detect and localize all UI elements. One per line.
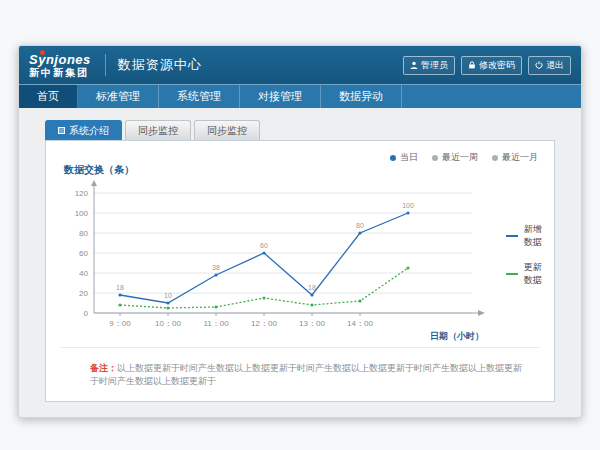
line-chart: 0204060801001209：0010：0011：0012：0013：001…	[60, 179, 500, 345]
logout-button[interactable]: 退出	[528, 56, 571, 75]
svg-text:9：00: 9：00	[109, 319, 131, 328]
remark-label: 备注：	[90, 363, 117, 373]
tab-bar: 系统介绍 同步监控 同步监控	[45, 120, 555, 140]
content-area: 系统介绍 同步监控 同步监控 当日 最近一周	[19, 108, 581, 402]
y-axis-title: 数据交换（条）	[64, 163, 540, 177]
svg-text:40: 40	[79, 269, 88, 278]
svg-text:日期（小时）: 日期（小时）	[430, 331, 484, 341]
range-today[interactable]: 当日	[390, 151, 418, 164]
change-password-button-label: 修改密码	[479, 59, 515, 72]
svg-text:120: 120	[75, 189, 89, 198]
solid-line-icon	[506, 235, 518, 237]
logo-brand: Synjones	[29, 53, 91, 66]
tab-sync-monitor-1[interactable]: 同步监控	[125, 120, 191, 140]
chart-panel: 当日 最近一周 最近一月 数据交换（条） 0204060801001209：00…	[45, 140, 555, 402]
svg-text:18: 18	[308, 284, 316, 291]
header-actions: 管理员 修改密码 退出	[403, 56, 571, 75]
svg-text:14：00: 14：00	[347, 319, 373, 328]
logo: Synjones 新中新集团	[29, 53, 91, 78]
svg-text:10: 10	[164, 292, 172, 299]
series-legend: 新增数据 更新数据	[506, 179, 543, 345]
tab-sync-monitor-2[interactable]: 同步监控	[194, 120, 260, 140]
nav-item-connect-mgmt[interactable]: 对接管理	[240, 85, 321, 108]
user-icon	[410, 61, 418, 69]
svg-text:60: 60	[260, 242, 268, 249]
range-label: 当日	[400, 151, 418, 164]
nav-item-system-mgmt[interactable]: 系统管理	[159, 85, 240, 108]
nav-item-standard-mgmt[interactable]: 标准管理	[78, 85, 159, 108]
logo-dot-icon	[40, 50, 45, 55]
svg-text:11：00: 11：00	[203, 319, 229, 328]
svg-text:80: 80	[79, 229, 88, 238]
svg-text:10：00: 10：00	[155, 319, 181, 328]
svg-text:12：00: 12：00	[251, 319, 277, 328]
lock-icon	[468, 61, 476, 69]
nav-item-data-change[interactable]: 数据异动	[321, 85, 402, 108]
tab-label: 同步监控	[207, 124, 247, 138]
legend-dot-icon	[492, 155, 498, 161]
tab-icon	[58, 127, 65, 134]
remark-note: 备注：以上数据更新于时间产生数据以上数据更新于时间产生数据以上数据更新于时间产生…	[60, 347, 540, 401]
logo-company: 新中新集团	[29, 68, 91, 78]
tab-label: 系统介绍	[69, 124, 109, 138]
tab-system-intro[interactable]: 系统介绍	[45, 120, 122, 140]
series-label: 新增数据	[524, 223, 543, 249]
legend-dot-icon	[432, 155, 438, 161]
legend-dot-icon	[390, 155, 396, 161]
app-header: Synjones 新中新集团 数据资源中心 管理员 修改密码 退出	[19, 46, 581, 84]
svg-text:60: 60	[79, 249, 88, 258]
chart-row: 0204060801001209：0010：0011：0012：0013：001…	[60, 179, 540, 345]
admin-button[interactable]: 管理员	[403, 56, 455, 75]
svg-text:100: 100	[402, 202, 414, 209]
power-icon	[535, 61, 543, 69]
range-last-week[interactable]: 最近一周	[432, 151, 478, 164]
dashed-line-icon	[506, 273, 518, 275]
svg-text:80: 80	[356, 222, 364, 229]
svg-text:38: 38	[212, 264, 220, 271]
change-password-button[interactable]: 修改密码	[461, 56, 522, 75]
page-title: 数据资源中心	[118, 56, 202, 74]
header-divider	[105, 54, 106, 76]
admin-button-label: 管理员	[421, 59, 448, 72]
app-window: Synjones 新中新集团 数据资源中心 管理员 修改密码 退出 首页 标准管…	[18, 45, 582, 418]
svg-text:18: 18	[116, 284, 124, 291]
series-label: 更新数据	[524, 261, 543, 287]
series-updated-data[interactable]: 更新数据	[506, 261, 543, 287]
range-label: 最近一周	[442, 151, 478, 164]
svg-text:0: 0	[84, 309, 89, 318]
remark-text: 以上数据更新于时间产生数据以上数据更新于时间产生数据以上数据更新于时间产生数据以…	[90, 363, 522, 386]
range-legend: 当日 最近一周 最近一月	[390, 151, 538, 164]
nav-item-home[interactable]: 首页	[19, 85, 78, 108]
main-nav: 首页 标准管理 系统管理 对接管理 数据异动	[19, 84, 581, 108]
svg-text:20: 20	[79, 289, 88, 298]
series-new-data[interactable]: 新增数据	[506, 223, 543, 249]
range-last-month[interactable]: 最近一月	[492, 151, 538, 164]
svg-text:13：00: 13：00	[299, 319, 325, 328]
tab-label: 同步监控	[138, 124, 178, 138]
logout-button-label: 退出	[546, 59, 564, 72]
svg-text:100: 100	[75, 209, 89, 218]
range-label: 最近一月	[502, 151, 538, 164]
